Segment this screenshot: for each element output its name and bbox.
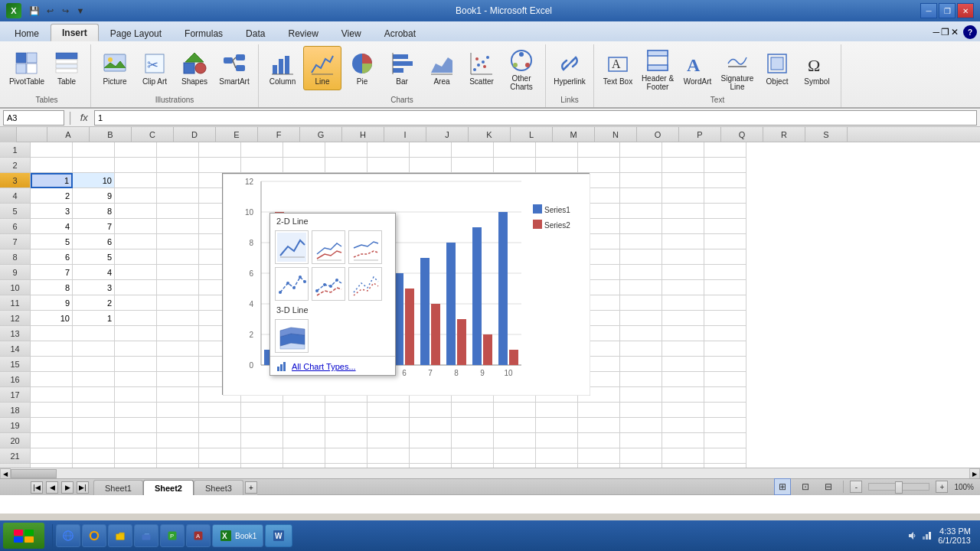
formula-input[interactable]: 1 bbox=[94, 110, 977, 126]
cell-O2[interactable] bbox=[620, 158, 662, 173]
col-header-J[interactable]: J bbox=[426, 127, 469, 142]
view-normal-btn[interactable]: ⊞ bbox=[774, 478, 791, 495]
tab-view[interactable]: View bbox=[330, 24, 373, 41]
col-header-D[interactable]: D bbox=[174, 127, 216, 142]
cell-K1[interactable] bbox=[452, 142, 494, 158]
cell-O1[interactable] bbox=[620, 142, 662, 158]
cell-D1[interactable] bbox=[157, 142, 199, 158]
row-num-5[interactable]: 5 bbox=[0, 204, 31, 219]
cell-O3[interactable] bbox=[620, 173, 662, 188]
taskbar-app6-btn[interactable]: A bbox=[186, 524, 211, 547]
col-header-H[interactable]: H bbox=[342, 127, 384, 142]
cell-P3[interactable] bbox=[662, 173, 704, 188]
row-num-7[interactable]: 7 bbox=[0, 234, 31, 249]
scroll-track[interactable] bbox=[11, 468, 969, 478]
cell-A1[interactable] bbox=[31, 142, 73, 158]
zoom-thumb[interactable] bbox=[895, 481, 903, 494]
name-box[interactable]: A3 bbox=[3, 110, 64, 126]
hyperlink-btn[interactable]: Hyperlink bbox=[550, 46, 589, 90]
area-chart-btn[interactable]: Area bbox=[423, 46, 461, 90]
sheet-nav-prev[interactable]: ◀ bbox=[46, 481, 58, 494]
cell-B10[interactable]: 3 bbox=[73, 280, 115, 295]
col-header-M[interactable]: M bbox=[553, 127, 595, 142]
scroll-right-btn[interactable]: ▶ bbox=[969, 468, 980, 479]
cell-A10[interactable]: 8 bbox=[31, 280, 73, 295]
col-header-B[interactable]: B bbox=[90, 127, 132, 142]
cell-E1[interactable] bbox=[199, 142, 241, 158]
row-num-12[interactable]: 12 bbox=[0, 311, 31, 326]
zoom-out-btn[interactable]: - bbox=[850, 481, 862, 493]
ribbon-restore-btn[interactable]: ❐ bbox=[941, 27, 949, 37]
quick-undo-btn[interactable]: ↩ bbox=[43, 4, 57, 18]
header-footer-btn[interactable]: Header & Footer bbox=[639, 46, 677, 93]
cell-L1[interactable] bbox=[494, 142, 536, 158]
line-type-3d-btn[interactable] bbox=[275, 319, 309, 353]
tab-review[interactable]: Review bbox=[276, 24, 329, 41]
tab-acrobat[interactable]: Acrobat bbox=[373, 24, 427, 41]
line-type-6-btn[interactable] bbox=[348, 267, 382, 301]
cell-J1[interactable] bbox=[410, 142, 452, 158]
sheet-nav-last[interactable]: ▶| bbox=[77, 481, 89, 494]
tab-formulas[interactable]: Formulas bbox=[173, 24, 234, 41]
line-type-5-btn[interactable] bbox=[312, 267, 345, 301]
cell-B2[interactable] bbox=[73, 158, 115, 173]
cell-B3[interactable]: 10 bbox=[73, 173, 115, 188]
row-num-1[interactable]: 1 bbox=[0, 142, 31, 158]
all-chart-types-btn[interactable]: All Chart Types... bbox=[270, 358, 395, 375]
row-num-2[interactable]: 2 bbox=[0, 158, 31, 173]
shapes-btn[interactable]: Shapes bbox=[175, 46, 214, 90]
horizontal-scrollbar[interactable]: ◀ ▶ bbox=[0, 468, 980, 478]
cell-J2[interactable] bbox=[410, 158, 452, 173]
col-header-S[interactable]: S bbox=[805, 127, 848, 142]
sheet-nav-next[interactable]: ▶ bbox=[61, 481, 74, 494]
cell-I2[interactable] bbox=[368, 158, 410, 173]
cell-B1[interactable] bbox=[73, 142, 115, 158]
cell-L2[interactable] bbox=[494, 158, 536, 173]
col-header-O[interactable]: O bbox=[637, 127, 679, 142]
cell-N2[interactable] bbox=[578, 158, 620, 173]
cell-D3[interactable] bbox=[157, 173, 199, 188]
line-type-3-btn[interactable] bbox=[348, 230, 382, 264]
cell-B9[interactable]: 4 bbox=[73, 265, 115, 280]
row-num-9[interactable]: 9 bbox=[0, 265, 31, 280]
col-header-I[interactable]: I bbox=[384, 127, 426, 142]
cell-A12[interactable]: 10 bbox=[31, 311, 73, 326]
cell-H2[interactable] bbox=[325, 158, 368, 173]
col-header-C[interactable]: C bbox=[132, 127, 174, 142]
cell-M2[interactable] bbox=[536, 158, 578, 173]
ribbon-close-btn[interactable]: ✕ bbox=[951, 27, 959, 37]
smartart-btn[interactable]: SmartArt bbox=[215, 46, 253, 90]
customize-qa-btn[interactable]: ▼ bbox=[74, 4, 87, 18]
cell-A3[interactable]: 1 bbox=[31, 173, 73, 188]
cell-B5[interactable]: 8 bbox=[73, 204, 115, 219]
line-chart-btn[interactable]: Line bbox=[303, 46, 341, 90]
start-button[interactable] bbox=[3, 523, 44, 549]
cell-G2[interactable] bbox=[283, 158, 325, 173]
add-sheet-btn[interactable]: + bbox=[245, 481, 257, 494]
taskbar-ie-btn[interactable] bbox=[56, 524, 80, 547]
column-chart-btn[interactable]: Column bbox=[263, 46, 302, 90]
close-btn[interactable]: ✕ bbox=[957, 3, 974, 18]
taskbar-datetime[interactable]: 4:33 PM 6/1/2013 bbox=[938, 527, 971, 545]
cell-P2[interactable] bbox=[662, 158, 704, 173]
minimize-btn[interactable]: ─ bbox=[920, 3, 937, 18]
sheet-nav-first[interactable]: |◀ bbox=[31, 481, 43, 494]
col-header-N[interactable]: N bbox=[595, 127, 637, 142]
cell-A11[interactable]: 9 bbox=[31, 295, 73, 311]
clip-art-btn[interactable]: ✂ Clip Art bbox=[136, 46, 174, 90]
cell-B8[interactable]: 5 bbox=[73, 249, 115, 265]
zoom-level[interactable]: 100% bbox=[954, 483, 974, 491]
cell-P1[interactable] bbox=[662, 142, 704, 158]
cell-G1[interactable] bbox=[283, 142, 325, 158]
cell-B4[interactable]: 9 bbox=[73, 188, 115, 204]
corner-cell[interactable] bbox=[0, 127, 17, 142]
ribbon-minimize-btn[interactable]: ─ bbox=[933, 27, 939, 37]
cell-F1[interactable] bbox=[241, 142, 283, 158]
taskbar-word-btn[interactable]: W bbox=[265, 524, 292, 547]
table-btn[interactable]: Table bbox=[47, 46, 86, 90]
object-btn[interactable]: Object bbox=[758, 46, 796, 90]
help-btn[interactable]: ? bbox=[963, 25, 977, 39]
cell-C2[interactable] bbox=[115, 158, 157, 173]
scroll-thumb[interactable] bbox=[11, 469, 57, 478]
zoom-in-btn[interactable]: + bbox=[936, 481, 948, 493]
